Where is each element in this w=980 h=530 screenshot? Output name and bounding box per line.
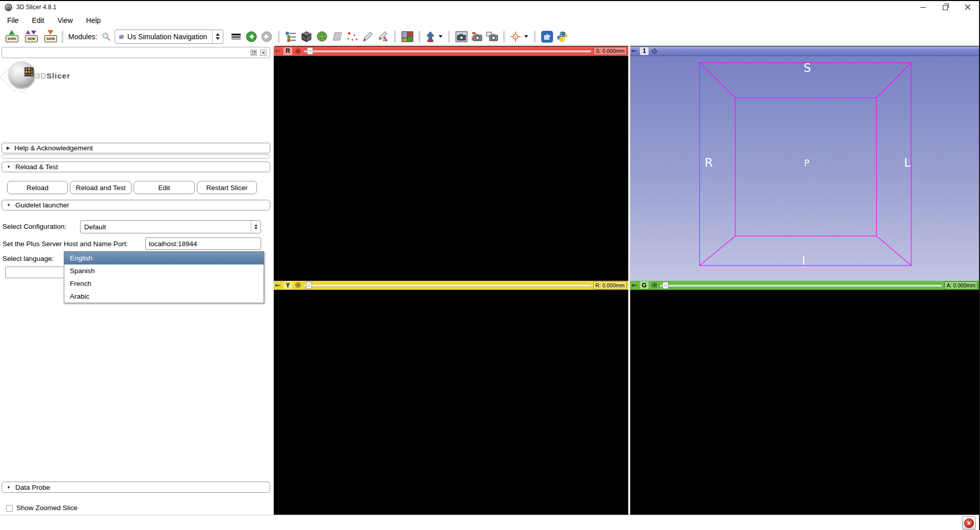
green-slice-label[interactable]: G <box>640 281 649 289</box>
module-panel-titlebar <box>2 47 270 58</box>
error-log-button[interactable]: × <box>962 516 976 530</box>
load-data-icon[interactable]: DATA <box>4 29 19 44</box>
plus-server-input[interactable]: localhost:18944 <box>145 237 261 250</box>
module-search-icon[interactable] <box>100 29 112 44</box>
menu-bar: File Edit View Help <box>0 13 979 27</box>
pin-icon[interactable] <box>275 48 281 54</box>
models-module-icon[interactable] <box>314 29 329 44</box>
toolbar-separator <box>278 31 280 43</box>
pin-icon[interactable] <box>632 48 637 54</box>
status-bar: × <box>0 515 979 530</box>
toolbar-separator <box>419 31 421 43</box>
app-icon <box>5 4 12 11</box>
configuration-combobox[interactable]: Default <box>80 220 261 233</box>
toolbar-separator <box>62 31 64 43</box>
language-option-french[interactable]: French <box>64 277 264 290</box>
threed-view-label[interactable]: 1 <box>640 47 649 55</box>
module-selector[interactable]: Us Simulation Navigation <box>115 30 223 44</box>
pin-icon[interactable] <box>632 283 637 288</box>
threed-view-menu-icon[interactable] <box>651 48 658 55</box>
green-slice-slider[interactable] <box>660 282 942 289</box>
restore-button[interactable] <box>934 1 957 13</box>
yellow-slice-offset: R: 0.000mm <box>594 281 627 289</box>
transforms-module-icon[interactable] <box>329 29 345 44</box>
restore-scene-view-icon[interactable] <box>484 29 500 44</box>
red-slice-controller: R S: 0.000mm <box>274 46 628 56</box>
close-panel-icon[interactable] <box>260 49 267 56</box>
yellow-slider-groove[interactable] <box>304 285 591 287</box>
red-slice-label[interactable]: R <box>283 47 292 55</box>
collapsed-arrow-icon: ▶ <box>7 146 10 150</box>
language-combobox[interactable] <box>5 267 63 278</box>
yellow-slice-label[interactable]: Y <box>283 281 292 289</box>
language-dropdown-list: English Spanish French Arabic <box>64 251 264 303</box>
back-icon[interactable] <box>244 29 259 44</box>
yellow-slice-menu-icon[interactable] <box>295 282 301 288</box>
capture-icon[interactable] <box>424 29 436 44</box>
data-module-icon[interactable] <box>283 29 299 44</box>
show-zoomed-slice-label: Show Zoomed Slice <box>16 504 78 512</box>
green-slider-groove[interactable] <box>660 285 942 287</box>
language-option-spanish[interactable]: Spanish <box>64 264 264 277</box>
red-slice-viewport[interactable] <box>274 56 628 281</box>
menu-help[interactable]: Help <box>80 15 107 26</box>
module-history-icon[interactable] <box>228 29 244 44</box>
undock-panel-icon[interactable] <box>250 49 257 56</box>
scene-view-icon[interactable] <box>469 29 484 44</box>
module-selector-spinner[interactable] <box>212 30 223 43</box>
save-icon[interactable]: SAVE <box>43 29 58 44</box>
modules-label: Modules: <box>68 33 97 41</box>
red-slider-handle[interactable] <box>307 47 313 55</box>
yellow-slice-slider[interactable] <box>304 282 591 289</box>
menu-view[interactable]: View <box>51 15 79 26</box>
import-dicom-icon[interactable]: DCM <box>23 29 39 44</box>
expanded-arrow-icon: ▼ <box>7 165 11 169</box>
configuration-value: Default <box>81 223 251 231</box>
layout-icon[interactable] <box>400 29 415 44</box>
config-label: Select Configuration: <box>3 223 66 230</box>
minimize-button[interactable] <box>912 1 934 13</box>
markups-module-icon[interactable] <box>345 29 360 44</box>
yellow-slice-viewport[interactable] <box>274 290 628 515</box>
orientation-marker-left: L <box>904 156 911 169</box>
language-option-arabic[interactable]: Arabic <box>64 290 264 303</box>
edit-button[interactable]: Edit <box>134 181 195 194</box>
yellow-slider-handle[interactable] <box>306 282 312 289</box>
segment-editor-module-icon[interactable] <box>375 29 391 44</box>
expanded-arrow-icon: ▼ <box>7 485 11 490</box>
close-button[interactable] <box>957 1 979 13</box>
toolbar-separator <box>448 31 450 43</box>
editor-module-icon[interactable] <box>360 29 375 44</box>
language-option-english[interactable]: English <box>64 252 264 264</box>
green-slider-handle[interactable] <box>662 282 668 289</box>
screenshot-icon[interactable] <box>454 29 469 44</box>
green-slice-menu-icon[interactable] <box>651 282 658 288</box>
threed-viewport[interactable]: S R P L I <box>630 56 979 281</box>
configuration-spinner[interactable] <box>251 221 261 233</box>
section-help-acknowledgement[interactable]: ▶ Help & Acknowledgement <box>2 143 270 153</box>
menu-file[interactable]: File <box>1 15 25 26</box>
red-slice-slider[interactable] <box>304 47 591 55</box>
capture-dropdown-icon[interactable] <box>439 35 443 38</box>
red-slice-menu-icon[interactable] <box>295 48 301 55</box>
green-slice-viewport[interactable] <box>630 290 979 515</box>
section-reload-test[interactable]: ▼ Reload & Test <box>2 162 270 172</box>
section-data-probe[interactable]: ▼ Data Probe <box>2 482 270 493</box>
crosshair-icon[interactable] <box>509 29 522 44</box>
red-slider-groove[interactable] <box>304 50 591 52</box>
expanded-arrow-icon: ▼ <box>7 203 11 207</box>
show-zoomed-slice-checkbox[interactable] <box>6 505 13 512</box>
extensions-manager-icon[interactable] <box>539 29 555 44</box>
menu-edit[interactable]: Edit <box>26 15 50 26</box>
pin-icon[interactable] <box>275 283 281 288</box>
python-console-icon[interactable] <box>555 29 570 44</box>
reload-button[interactable]: Reload <box>7 181 68 194</box>
volumes-module-icon[interactable] <box>299 29 314 44</box>
crosshair-dropdown-icon[interactable] <box>524 35 528 38</box>
reload-and-test-button[interactable]: Reload and Test <box>70 181 132 194</box>
forward-icon[interactable] <box>259 29 274 44</box>
threed-view-controller: 1 <box>630 46 979 56</box>
restart-slicer-button[interactable]: Restart Slicer <box>197 181 257 194</box>
main-toolbar: DATA DCM SAVE Modules: Us Simulation Nav… <box>0 27 979 46</box>
section-guidelet-launcher[interactable]: ▼ Guidelet launcher <box>2 200 270 210</box>
